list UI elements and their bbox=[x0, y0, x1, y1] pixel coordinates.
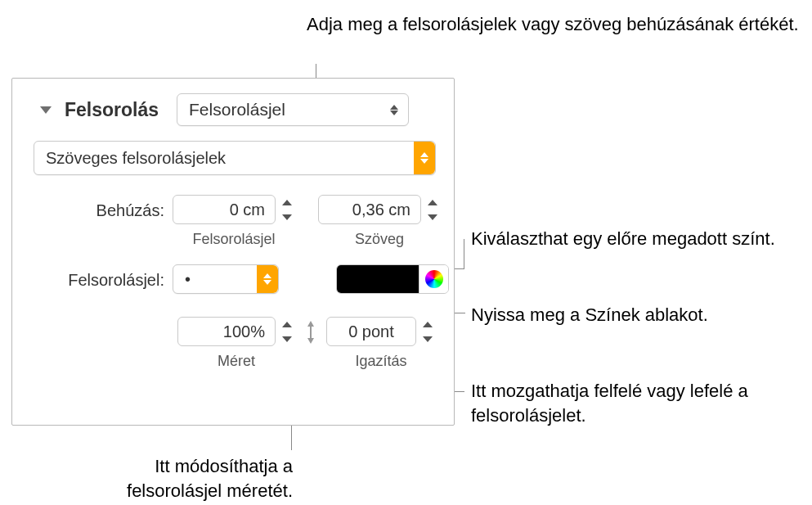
text-indent-field[interactable]: 0,36 cm bbox=[318, 195, 421, 224]
stepper-arrows[interactable] bbox=[279, 317, 295, 348]
callout-move-bullet: Itt mozgathatja felfelé vagy lefelé a fe… bbox=[471, 379, 812, 427]
bullet-style-value: Felsorolásjel bbox=[189, 100, 285, 119]
align-stepper[interactable]: 0 pont bbox=[326, 317, 436, 348]
leader-line bbox=[464, 239, 464, 269]
section-title: Felsorolás bbox=[65, 99, 159, 121]
stepper-up-icon[interactable] bbox=[279, 195, 295, 210]
indent-row: Behúzás: 0 cm Felsorolásjel 0,36 cm Szöv… bbox=[34, 195, 434, 248]
bullet-type-value: Szöveges felsorolásjelek bbox=[46, 149, 414, 168]
size-sublabel: Méret bbox=[218, 353, 255, 370]
size-group: 100% Méret bbox=[177, 317, 295, 370]
bullet-type-popup[interactable]: Szöveges felsorolásjelek bbox=[34, 141, 436, 175]
stepper-up-icon[interactable] bbox=[424, 195, 441, 210]
callout-open-colors: Nyissa meg a Színek ablakot. bbox=[471, 303, 708, 327]
stepper-down-icon[interactable] bbox=[279, 210, 295, 224]
bullet-char-row: Felsorolásjel: • bbox=[34, 264, 434, 294]
bullet-indent-field[interactable]: 0 cm bbox=[173, 195, 276, 224]
bullet-char-controls: • bbox=[173, 264, 449, 294]
stepper-down-icon[interactable] bbox=[279, 331, 295, 346]
align-field[interactable]: 0 pont bbox=[326, 317, 416, 346]
bullet-char-popup[interactable]: • bbox=[173, 264, 279, 294]
popup-arrows-icon bbox=[390, 105, 398, 115]
stepper-arrows[interactable] bbox=[419, 317, 436, 348]
popup-arrows-icon bbox=[414, 142, 435, 174]
color-controls bbox=[336, 264, 449, 294]
vertical-arrow-icon bbox=[305, 317, 316, 348]
bullets-panel: Felsorolás Felsorolásjel Szöveges felsor… bbox=[11, 78, 455, 426]
indent-label: Behúzás: bbox=[34, 195, 173, 220]
color-picker-button[interactable] bbox=[419, 265, 448, 293]
align-group: 0 pont Igazítás bbox=[326, 317, 436, 370]
stepper-down-icon[interactable] bbox=[419, 331, 436, 346]
callout-preset-color: Kiválaszthat egy előre megadott színt. bbox=[471, 227, 775, 251]
text-indent-stepper[interactable]: 0,36 cm bbox=[318, 195, 441, 226]
stepper-down-icon[interactable] bbox=[424, 210, 441, 224]
disclosure-triangle-icon[interactable] bbox=[40, 106, 52, 114]
stepper-up-icon[interactable] bbox=[419, 317, 436, 331]
size-field[interactable]: 100% bbox=[177, 317, 276, 346]
stepper-arrows[interactable] bbox=[424, 195, 441, 226]
bullet-style-popup[interactable]: Felsorolásjel bbox=[177, 93, 409, 126]
section-header-row: Felsorolás Felsorolásjel bbox=[40, 93, 434, 126]
stepper-arrows[interactable] bbox=[279, 195, 295, 226]
callout-bullet-size: Itt módosíthatja a felsorolásjel méretét… bbox=[87, 454, 293, 503]
bullet-indent-sublabel: Felsorolásjel bbox=[192, 231, 275, 248]
callout-indent: Adja meg a felsorolásjelek vagy szöveg b… bbox=[307, 12, 799, 37]
align-sublabel: Igazítás bbox=[355, 353, 406, 370]
size-align-row: 100% Méret 0 pont Igazítás bbox=[177, 317, 434, 370]
bullet-indent-group: 0 cm Felsorolásjel bbox=[173, 195, 295, 248]
text-indent-group: 0,36 cm Szöveg bbox=[318, 195, 441, 248]
color-wheel-icon bbox=[425, 270, 443, 288]
bullet-char-value: • bbox=[185, 270, 257, 289]
bullet-indent-stepper[interactable]: 0 cm bbox=[173, 195, 295, 226]
stepper-up-icon[interactable] bbox=[279, 317, 295, 331]
color-well[interactable] bbox=[337, 265, 419, 293]
text-indent-sublabel: Szöveg bbox=[355, 231, 404, 248]
popup-arrows-icon bbox=[257, 265, 278, 293]
size-stepper[interactable]: 100% bbox=[177, 317, 295, 348]
bullet-char-label: Felsorolásjel: bbox=[34, 264, 173, 290]
